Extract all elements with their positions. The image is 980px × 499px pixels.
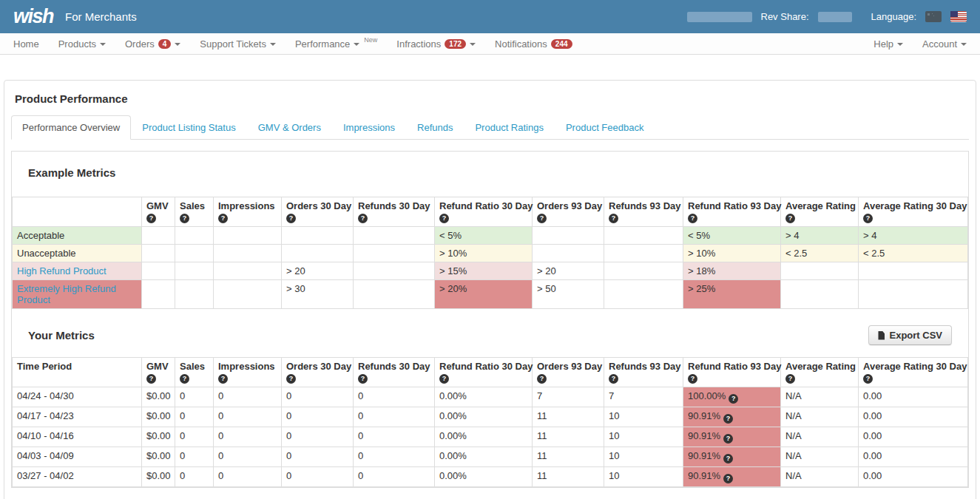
cell-refunds-93: 10: [604, 447, 683, 467]
info-icon[interactable]: ?: [723, 434, 733, 444]
nav-support-tickets[interactable]: Support Tickets: [190, 38, 285, 50]
info-icon[interactable]: ?: [785, 214, 795, 223]
table-row: Extremely High Refund Product > 30 > 20%…: [13, 280, 968, 309]
row-label-acceptable: Acceptable: [13, 227, 142, 245]
cell-impressions: 0: [214, 387, 282, 407]
orders-badge: 4: [158, 39, 172, 49]
tab-product-listing-status[interactable]: Product Listing Status: [131, 115, 246, 140]
cell-refund-ratio-30: 0.00%: [435, 427, 533, 447]
info-icon[interactable]: ?: [180, 374, 189, 384]
info-icon[interactable]: ?: [785, 374, 795, 384]
cell-average-rating: N/A: [781, 447, 859, 467]
col-header-average-rating: Average Rating?: [781, 197, 859, 227]
cell-orders-93: 11: [533, 447, 604, 467]
chevron-down-icon: [270, 43, 276, 46]
empty-cell: [859, 262, 968, 280]
cell-gmv: $0.00: [142, 427, 175, 447]
info-icon[interactable]: ?: [358, 374, 368, 384]
nav-account[interactable]: Account: [913, 38, 976, 50]
cell-time-period: 04/03 - 04/09: [13, 447, 142, 467]
infractions-badge: 172: [445, 39, 466, 49]
cell-refund-ratio-93: < 5%: [683, 227, 781, 245]
info-icon[interactable]: ?: [218, 214, 228, 223]
cell-average-rating: N/A: [781, 467, 859, 487]
info-icon[interactable]: ?: [688, 214, 697, 223]
tab-product-feedback[interactable]: Product Feedback: [555, 115, 655, 140]
empty-cell: [142, 227, 175, 245]
tab-refunds[interactable]: Refunds: [406, 115, 464, 140]
nav-home[interactable]: Home: [4, 38, 49, 50]
info-icon[interactable]: ?: [286, 214, 296, 223]
cell-refund-ratio-30: 0.00%: [435, 447, 533, 467]
table-row: 04/03 - 04/09 $0.00 0 0 0 0 0.00% 11 10 …: [13, 447, 968, 467]
info-icon[interactable]: ?: [537, 214, 547, 223]
nav-products[interactable]: Products: [49, 38, 115, 50]
empty-cell: [604, 245, 683, 262]
empty-cell: [354, 280, 435, 309]
empty-cell: [175, 280, 214, 309]
nav-performance[interactable]: PerformanceNew: [285, 38, 387, 50]
high-refund-product-link[interactable]: High Refund Product: [17, 265, 107, 276]
empty-cell: [354, 245, 435, 262]
empty-cell: [604, 227, 683, 245]
info-icon[interactable]: ?: [609, 214, 618, 223]
nav-notifications[interactable]: Notifications244: [485, 38, 582, 50]
us-flag-icon[interactable]: [950, 11, 967, 22]
info-icon[interactable]: ?: [863, 214, 873, 223]
cell-average-rating: > 4: [781, 227, 859, 245]
col-header-average-rating: Average Rating?: [781, 358, 859, 387]
empty-cell: [142, 245, 175, 262]
your-metrics-title: Your Metrics: [28, 329, 95, 342]
cell-refund-ratio-30: > 20%: [435, 280, 533, 309]
tab-gmv-orders[interactable]: GMV & Orders: [247, 115, 332, 140]
cell-orders-30: 0: [282, 387, 354, 407]
cell-sales: 0: [175, 447, 214, 467]
empty-cell: [781, 262, 859, 280]
rev-share-label: Rev Share:: [761, 11, 809, 22]
info-icon[interactable]: ?: [537, 374, 547, 384]
tab-performance-overview[interactable]: Performance Overview: [11, 115, 131, 140]
header-row: GMV? Sales? Impressions? Orders 30 Day? …: [13, 197, 968, 227]
nav-orders[interactable]: Orders4: [115, 38, 190, 50]
tab-product-ratings[interactable]: Product Ratings: [464, 115, 555, 140]
cell-refunds-30: 0: [354, 387, 435, 407]
cell-refund-ratio-93: 90.91%?: [683, 427, 781, 447]
cell-refunds-93: 7: [604, 387, 683, 407]
metrics-panel: Example Metrics GMV? Sales? Impressions?…: [11, 151, 969, 488]
notifications-badge: 244: [551, 39, 572, 49]
info-icon[interactable]: ?: [218, 374, 228, 384]
info-icon[interactable]: ?: [609, 374, 618, 384]
info-icon[interactable]: ?: [180, 214, 189, 223]
info-icon[interactable]: ?: [358, 214, 368, 223]
info-icon[interactable]: ?: [729, 394, 738, 404]
nav-help[interactable]: Help: [864, 38, 913, 50]
info-icon[interactable]: ?: [146, 374, 156, 384]
table-row: High Refund Product > 20 > 15% > 20 > 18…: [13, 262, 968, 280]
tab-impressions[interactable]: Impressions: [332, 115, 406, 140]
col-header-impressions: Impressions?: [214, 358, 282, 387]
info-icon[interactable]: ?: [723, 454, 733, 464]
info-icon[interactable]: ?: [723, 474, 733, 483]
col-header-impressions: Impressions?: [214, 197, 282, 227]
extremely-high-refund-product-link[interactable]: Extremely High Refund Product: [17, 283, 116, 305]
info-icon[interactable]: ?: [688, 374, 697, 384]
new-tag: New: [364, 36, 377, 44]
china-flag-icon[interactable]: [925, 11, 942, 22]
nav-infractions[interactable]: Infractions172: [387, 38, 485, 50]
info-icon[interactable]: ?: [863, 374, 873, 384]
info-icon[interactable]: ?: [723, 414, 733, 424]
empty-cell: [282, 227, 354, 245]
cell-average-rating: N/A: [781, 387, 859, 407]
empty-cell: [175, 245, 214, 262]
info-icon[interactable]: ?: [439, 214, 449, 223]
info-icon[interactable]: ?: [439, 374, 449, 384]
cell-refunds-30: 0: [354, 427, 435, 447]
empty-cell: [282, 245, 354, 262]
empty-cell: [604, 262, 683, 280]
info-icon[interactable]: ?: [146, 214, 156, 223]
cell-sales: 0: [175, 427, 214, 447]
info-icon[interactable]: ?: [286, 374, 296, 384]
export-csv-button[interactable]: Export CSV: [868, 325, 952, 345]
col-header-refunds-93: Refunds 93 Day?: [604, 197, 683, 227]
empty-cell: [859, 280, 968, 309]
